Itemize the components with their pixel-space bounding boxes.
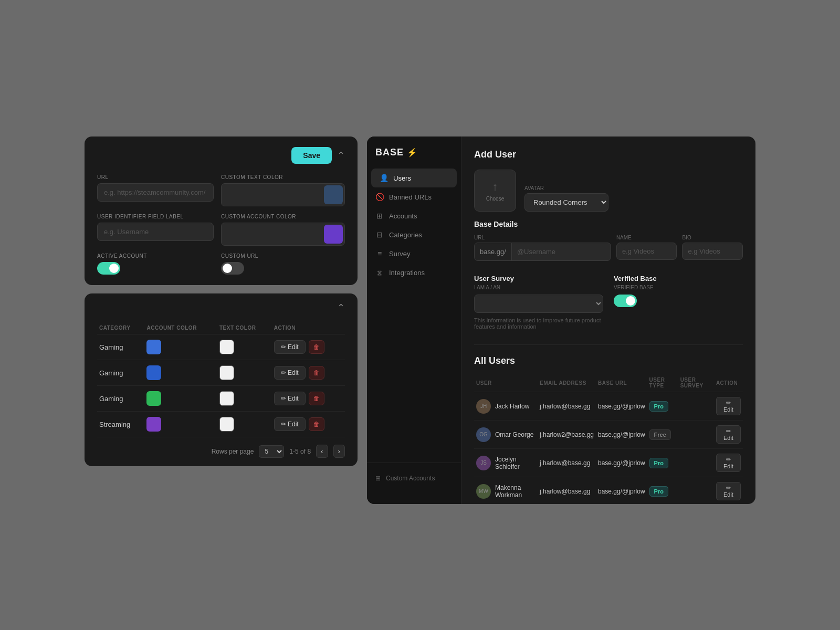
- logo-text: BASE: [375, 147, 404, 158]
- user-email-cell: j.harlow@base.gg: [538, 449, 596, 477]
- verified-base-label: VERIFIED BASE: [614, 285, 743, 290]
- accounts-icon: ⊞: [375, 212, 384, 220]
- user-survey-cell: [678, 449, 714, 477]
- account-color-cell: [144, 412, 217, 437]
- delete-button[interactable]: 🗑: [309, 392, 324, 405]
- user-action-cell: ✏ Edit: [714, 477, 743, 505]
- sidebar-label-users: Users: [393, 174, 411, 182]
- edit-user-button[interactable]: ✏ Edit: [716, 454, 741, 472]
- custom-text-color-wrapper: #324B6C: [221, 183, 345, 206]
- save-button[interactable]: Save: [291, 147, 332, 164]
- sidebar-item-accounts[interactable]: ⊞ Accounts: [367, 206, 461, 225]
- edit-button[interactable]: ✏ Edit: [274, 392, 306, 405]
- url-input[interactable]: [97, 183, 214, 202]
- delete-button[interactable]: 🗑: [309, 417, 324, 431]
- prev-page-button[interactable]: ‹: [316, 445, 328, 458]
- active-account-toggle[interactable]: [97, 262, 120, 275]
- sidebar-item-survey[interactable]: ≡ Survey: [367, 244, 461, 263]
- user-name-cell: MW Makenna Workman: [474, 477, 538, 505]
- url-field-label: URL: [474, 235, 611, 240]
- sidebar-item-users[interactable]: 👤 Users: [371, 169, 457, 187]
- custom-account-color-label: CUSTOM ACCOUNT COLOR: [221, 214, 345, 219]
- sidebar-label-survey: Survey: [389, 250, 410, 258]
- user-type-cell: Free: [647, 421, 678, 449]
- text-color-cell: [217, 386, 272, 412]
- edit-user-button[interactable]: ✏ Edit: [716, 397, 741, 415]
- action-cell: ✏ Edit 🗑: [272, 334, 345, 360]
- text-color-cell: [217, 412, 272, 437]
- user-name: Makenna Workman: [495, 484, 536, 499]
- avatar-shape-select[interactable]: Rounded Corners Circle Square: [524, 193, 608, 212]
- all-users-title: All Users: [474, 355, 743, 366]
- user-type-cell: Pro: [647, 392, 678, 421]
- url-group: URL base.gg/: [474, 235, 611, 266]
- survey-section: User Survey I AM A / AN This information…: [474, 275, 743, 330]
- user-survey-cell: [678, 477, 714, 505]
- username-input[interactable]: [512, 243, 611, 260]
- avatar-upload-box[interactable]: ↑ Choose: [474, 170, 516, 212]
- user-identifier-input[interactable]: [97, 223, 214, 241]
- add-user-title: Add User: [474, 149, 743, 160]
- users-icon: 👤: [380, 174, 388, 182]
- user-name-cell: JS Jocelyn Schleifer: [474, 449, 538, 477]
- bio-field-label: BIO: [682, 235, 743, 240]
- survey-select[interactable]: [474, 295, 603, 313]
- collapse-icon[interactable]: ⌃: [337, 150, 345, 161]
- avatar-settings: AVATAR Rounded Corners Circle Square: [524, 185, 608, 212]
- user-name: Jack Harlow: [495, 403, 529, 410]
- main-content: Add User ↑ Choose AVATAR Rounded Corners…: [461, 136, 755, 504]
- sidebar-item-banned-urls[interactable]: 🚫 Banned URLs: [367, 187, 461, 206]
- url-prefix: base.gg/: [475, 243, 512, 260]
- user-avatar: MW: [476, 484, 491, 499]
- integrations-icon: ⧖: [375, 268, 384, 277]
- sidebar-label-categories: Categories: [389, 231, 422, 239]
- action-col-header: ACTION: [272, 322, 345, 334]
- edit-user-button[interactable]: ✏ Edit: [716, 482, 741, 500]
- sidebar: BASE ⚡ 👤 Users 🚫 Banned URLs ⊞ Accounts …: [367, 136, 461, 504]
- table-collapse-icon[interactable]: ⌃: [337, 302, 345, 313]
- all-users-section: All Users USER EMAIL ADDRESS BASE URL US…: [474, 355, 743, 504]
- custom-account-color-input[interactable]: #683BC9: [222, 226, 322, 243]
- edit-button[interactable]: ✏ Edit: [274, 417, 306, 431]
- bio-input[interactable]: [682, 243, 743, 260]
- sidebar-item-categories[interactable]: ⊟ Categories: [367, 225, 461, 244]
- custom-text-color-input[interactable]: #324B6C: [222, 186, 322, 204]
- rows-per-page-label: Rows per page: [212, 448, 254, 455]
- user-type-cell: Pro: [647, 449, 678, 477]
- user-base-url-cell: base.gg/@jprlow: [596, 449, 647, 477]
- delete-button[interactable]: 🗑: [309, 366, 324, 380]
- logo: BASE ⚡: [367, 147, 461, 169]
- user-email-cell: j.harlow@base.gg: [538, 392, 596, 421]
- name-input[interactable]: [616, 243, 677, 260]
- table-row: Gaming ✏ Edit 🗑: [97, 360, 345, 386]
- sidebar-label-integrations: Integrations: [389, 269, 425, 277]
- next-page-button[interactable]: ›: [333, 445, 345, 458]
- custom-accounts-item[interactable]: ⊞ Custom Accounts: [375, 471, 453, 485]
- custom-url-toggle[interactable]: [221, 262, 244, 275]
- verified-base-title: Verified Base: [614, 275, 743, 282]
- user-type-badge: Pro: [649, 458, 668, 468]
- user-name-cell: JH Jack Harlow: [474, 392, 538, 421]
- custom-accounts-icon: ⊞: [375, 475, 381, 482]
- sidebar-item-integrations[interactable]: ⧖ Integrations: [367, 263, 461, 282]
- user-row: MW Makenna Workman j.harlow@base.gg base…: [474, 477, 743, 505]
- avatar-upload-icon: ↑: [492, 180, 498, 194]
- text-color-cell: [217, 360, 272, 386]
- user-name: Jocelyn Schleifer: [495, 456, 536, 470]
- text-color-swatch[interactable]: [324, 185, 343, 204]
- user-survey-cell: [678, 392, 714, 421]
- sidebar-bottom: ⊞ Custom Accounts: [367, 463, 461, 494]
- verified-base-toggle[interactable]: [614, 295, 637, 307]
- users-table: USER EMAIL ADDRESS BASE URL USER TYPE US…: [474, 374, 743, 504]
- edit-user-button[interactable]: ✏ Edit: [716, 425, 741, 444]
- rows-per-page-select[interactable]: 5 10: [259, 445, 284, 458]
- account-color-swatch[interactable]: [324, 225, 343, 244]
- table-row: Gaming ✏ Edit 🗑: [97, 334, 345, 360]
- edit-button[interactable]: ✏ Edit: [274, 340, 306, 354]
- user-type-badge: Free: [649, 429, 671, 440]
- account-color-cell: [144, 386, 217, 412]
- base-url-col-header: BASE URL: [596, 374, 647, 392]
- edit-button[interactable]: ✏ Edit: [274, 366, 306, 380]
- add-user-section: Add User ↑ Choose AVATAR Rounded Corners…: [474, 149, 743, 330]
- delete-button[interactable]: 🗑: [309, 340, 324, 354]
